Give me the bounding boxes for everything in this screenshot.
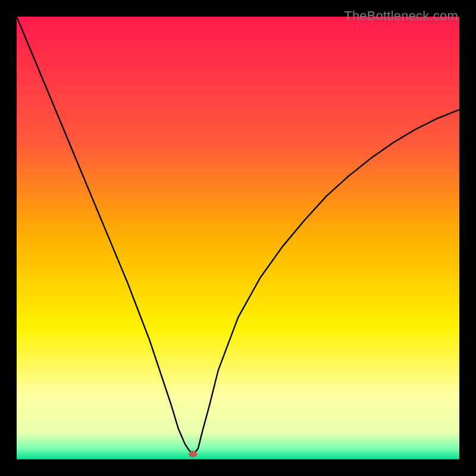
plot-area xyxy=(17,17,459,459)
watermark-text: TheBottleneck.com xyxy=(344,8,458,24)
chart-frame: TheBottleneck.com xyxy=(8,8,468,468)
chart-svg xyxy=(17,17,459,459)
marker-dot xyxy=(189,451,197,458)
background-gradient xyxy=(17,17,459,459)
